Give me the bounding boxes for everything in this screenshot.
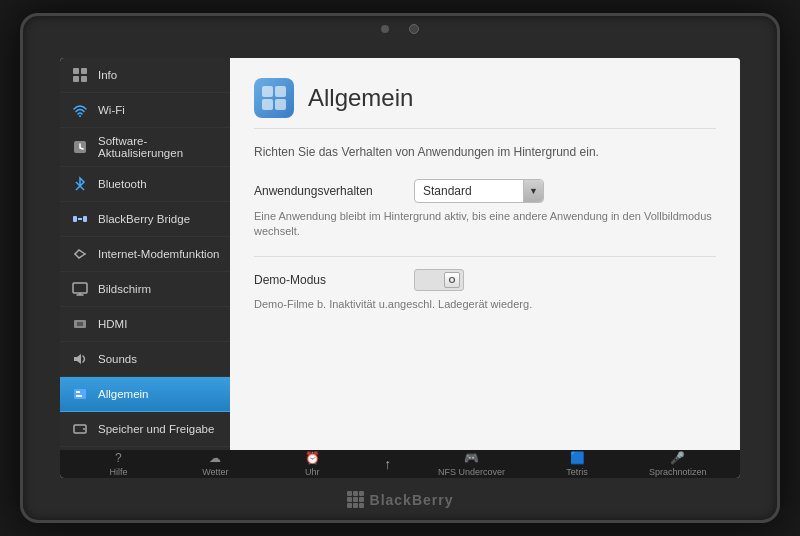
- taskbar: ? Hilfe ☁ Wetter ⏰ Uhr ↑ 🎮 NFS Undercove…: [60, 450, 740, 478]
- setting-row-anwendungsverhalten: Anwendungsverhalten Standard ▼: [254, 179, 716, 203]
- sidebar-label-bluetooth: Bluetooth: [98, 178, 147, 190]
- sidebar-label-software: Software-Aktualisierungen: [98, 135, 220, 159]
- top-bar: [23, 24, 777, 34]
- taskbar-icon-wetter: ☁: [209, 451, 221, 465]
- svg-rect-20: [262, 99, 273, 110]
- svg-rect-13: [76, 391, 80, 393]
- svg-rect-1: [81, 68, 87, 74]
- sensor-dot: [381, 25, 389, 33]
- setting-label-anwendungsverhalten: Anwendungsverhalten: [254, 184, 414, 198]
- page-description: Richten Sie das Verhalten von Anwendunge…: [254, 143, 716, 161]
- tablet: Info Wi-Fi: [20, 13, 780, 523]
- setting-help-anwendungsverhalten: Eine Anwendung bleibt im Hintergrund akt…: [254, 209, 716, 240]
- page-icon: [254, 78, 294, 118]
- sidebar-item-bridge[interactable]: BlackBerry Bridge: [60, 202, 230, 237]
- sidebar-item-wifi[interactable]: Wi-Fi: [60, 93, 230, 128]
- internet-icon: [70, 244, 90, 264]
- bb-brand-bar: BlackBerry: [347, 491, 454, 508]
- setting-control-anwendungsverhalten: Standard ▼: [414, 179, 716, 203]
- setting-row-demo: Demo-Modus O: [254, 269, 716, 291]
- svg-rect-9: [73, 283, 87, 293]
- taskbar-label-nfs: NFS Undercover: [438, 467, 505, 477]
- bb-dot-3: [359, 491, 364, 496]
- hdmi-icon: [70, 314, 90, 334]
- bb-dot-2: [353, 491, 358, 496]
- taskbar-item-hilfe[interactable]: ? Hilfe: [93, 451, 143, 477]
- svg-point-16: [83, 428, 85, 430]
- taskbar-label-sprachnotizen: Sprachnotizen: [649, 467, 707, 477]
- bb-dot-8: [353, 503, 358, 508]
- svg-rect-3: [81, 76, 87, 82]
- taskbar-icon-hilfe: ?: [115, 451, 122, 465]
- page-header: Allgemein: [254, 78, 716, 129]
- svg-rect-6: [73, 216, 77, 222]
- setting-help-demo: Demo-Filme b. Inaktivität u.angeschl. La…: [254, 297, 716, 312]
- screen-icon: [70, 279, 90, 299]
- taskbar-item-nfs[interactable]: 🎮 NFS Undercover: [438, 451, 505, 477]
- front-camera: [409, 24, 419, 34]
- svg-rect-19: [275, 86, 286, 97]
- taskbar-item-tetris[interactable]: 🟦 Tetris: [552, 451, 602, 477]
- svg-rect-2: [73, 76, 79, 82]
- taskbar-icon-uhr: ⏰: [305, 451, 320, 465]
- screen: Info Wi-Fi: [60, 58, 740, 478]
- demo-toggle[interactable]: O: [414, 269, 464, 291]
- taskbar-label-uhr: Uhr: [305, 467, 320, 477]
- dropdown-value: Standard: [423, 184, 472, 198]
- bb-dot-5: [353, 497, 358, 502]
- svg-rect-11: [77, 322, 83, 326]
- bb-dot-9: [359, 503, 364, 508]
- svg-rect-12: [74, 389, 86, 399]
- sidebar-item-info[interactable]: Info: [60, 58, 230, 93]
- svg-rect-0: [73, 68, 79, 74]
- bluetooth-icon: [70, 174, 90, 194]
- page-title: Allgemein: [308, 84, 413, 112]
- divider: [254, 256, 716, 257]
- main-panel: Allgemein Richten Sie das Verhalten von …: [230, 58, 740, 450]
- wifi-icon: [70, 100, 90, 120]
- bb-dot-6: [359, 497, 364, 502]
- bb-dot-4: [347, 497, 352, 502]
- sidebar-item-bluetooth[interactable]: Bluetooth: [60, 167, 230, 202]
- sidebar-item-bildschirm[interactable]: Bildschirm: [60, 272, 230, 307]
- sidebar-label-sounds: Sounds: [98, 353, 137, 365]
- sidebar-item-software[interactable]: Software-Aktualisierungen: [60, 128, 230, 167]
- sound-icon: [70, 349, 90, 369]
- taskbar-label-hilfe: Hilfe: [109, 467, 127, 477]
- svg-point-4: [79, 115, 81, 117]
- sidebar: Info Wi-Fi: [60, 58, 230, 450]
- sidebar-label-bridge: BlackBerry Bridge: [98, 213, 190, 225]
- sidebar-label-info: Info: [98, 69, 117, 81]
- sidebar-label-allgemein: Allgemein: [98, 388, 149, 400]
- taskbar-item-uhr[interactable]: ⏰ Uhr: [287, 451, 337, 477]
- svg-rect-8: [78, 218, 82, 220]
- sidebar-item-hdmi[interactable]: HDMI: [60, 307, 230, 342]
- taskbar-label-tetris: Tetris: [566, 467, 588, 477]
- sidebar-item-speicher[interactable]: Speicher und Freigabe: [60, 412, 230, 447]
- toggle-track[interactable]: O: [414, 269, 464, 291]
- bb-dot-7: [347, 503, 352, 508]
- taskbar-icon-tetris: 🟦: [570, 451, 585, 465]
- bb-icon: [70, 65, 90, 85]
- setting-control-demo: O: [414, 269, 716, 291]
- dropdown-arrow: ▼: [523, 180, 543, 202]
- taskbar-item-wetter[interactable]: ☁ Wetter: [190, 451, 240, 477]
- setting-label-demo: Demo-Modus: [254, 273, 414, 287]
- anwendungsverhalten-dropdown[interactable]: Standard ▼: [414, 179, 544, 203]
- svg-rect-7: [83, 216, 87, 222]
- toggle-thumb: O: [444, 272, 460, 288]
- taskbar-item-sprachnotizen[interactable]: 🎤 Sprachnotizen: [649, 451, 707, 477]
- brand-name: BlackBerry: [370, 492, 454, 508]
- sidebar-item-internet[interactable]: Internet-Modemfunktion: [60, 237, 230, 272]
- sidebar-item-allgemein[interactable]: Allgemein: [60, 377, 230, 412]
- bridge-icon: [70, 209, 90, 229]
- sidebar-label-internet: Internet-Modemfunktion: [98, 248, 219, 260]
- taskbar-up-arrow: ↑: [384, 456, 391, 472]
- taskbar-label-wetter: Wetter: [202, 467, 228, 477]
- update-icon: [70, 137, 90, 157]
- sidebar-label-hdmi: HDMI: [98, 318, 127, 330]
- svg-rect-21: [275, 99, 286, 110]
- sidebar-item-sounds[interactable]: Sounds: [60, 342, 230, 377]
- sidebar-label-speicher: Speicher und Freigabe: [98, 423, 214, 435]
- bb-logo-grid: [347, 491, 364, 508]
